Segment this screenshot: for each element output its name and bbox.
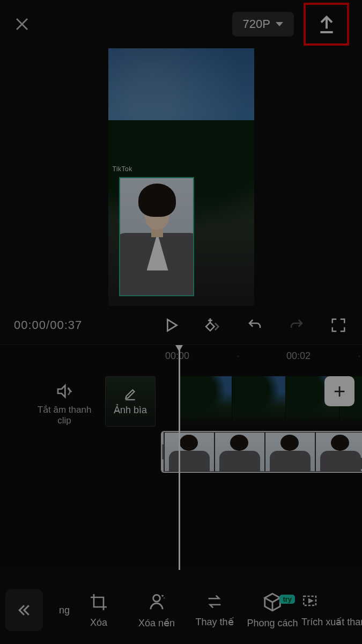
mute-audio-button[interactable]: Tắt âm thanh clip bbox=[32, 383, 97, 426]
chevron-down-icon bbox=[276, 22, 283, 26]
clip-thumbnail[interactable] bbox=[232, 376, 286, 427]
speaker-icon bbox=[54, 383, 75, 400]
tool-remove-bg[interactable]: Xóa nền bbox=[128, 591, 186, 629]
crop-icon bbox=[89, 592, 108, 612]
play-icon bbox=[162, 317, 180, 334]
undo-icon bbox=[246, 317, 264, 333]
playhead[interactable] bbox=[179, 345, 180, 570]
toolbar-item-partial[interactable]: ng bbox=[48, 591, 70, 629]
overlay-thumbnail bbox=[265, 433, 315, 471]
ruler-dot: · bbox=[358, 350, 360, 362]
fullscreen-icon bbox=[330, 317, 346, 333]
svg-marker-4 bbox=[167, 319, 176, 331]
cover-label: Ảnh bìa bbox=[114, 404, 147, 416]
svg-point-11 bbox=[153, 595, 160, 602]
resolution-label: 720P bbox=[243, 17, 270, 31]
tool-label: ng bbox=[59, 605, 70, 616]
svg-rect-13 bbox=[304, 596, 316, 605]
redo-button[interactable] bbox=[287, 316, 306, 335]
undo-button[interactable] bbox=[245, 316, 264, 335]
tiktok-watermark: TikTok bbox=[113, 165, 132, 173]
timeline[interactable]: 00:00 · 00:02 · Tắt âm thanh clip Ảnh bì… bbox=[0, 345, 362, 570]
add-clip-button[interactable]: + bbox=[324, 376, 354, 406]
svg-marker-7 bbox=[58, 385, 65, 397]
redo-icon bbox=[287, 317, 306, 333]
tool-replace[interactable]: Thay thế bbox=[186, 591, 243, 629]
try-badge: try bbox=[279, 595, 295, 604]
clip-duration-badge: 10.2s bbox=[337, 458, 362, 469]
time-display: 00:00/00:37 bbox=[14, 318, 82, 332]
overlay-thumbnail: 10.2s bbox=[316, 433, 362, 471]
export-icon bbox=[316, 13, 337, 35]
edit-icon bbox=[123, 387, 137, 401]
fullscreen-button[interactable] bbox=[329, 316, 348, 335]
keyframe-icon bbox=[203, 316, 223, 334]
extract-icon bbox=[301, 592, 320, 611]
replace-icon bbox=[204, 592, 225, 611]
tool-delete[interactable]: Xóa bbox=[70, 591, 128, 629]
close-button[interactable] bbox=[13, 15, 31, 33]
mute-label: Tắt âm thanh clip bbox=[32, 404, 97, 426]
ruler-tick: 00:02 bbox=[286, 350, 311, 362]
overlay-clip-preview[interactable] bbox=[119, 177, 194, 296]
resolution-selector[interactable]: 720P bbox=[232, 12, 294, 36]
tool-label: Xóa nền bbox=[138, 617, 175, 629]
keyframe-button[interactable] bbox=[203, 316, 223, 335]
play-button[interactable] bbox=[161, 316, 181, 335]
overlay-thumbnail bbox=[215, 433, 264, 471]
tool-label: Phong cách bbox=[247, 618, 298, 629]
svg-marker-14 bbox=[309, 599, 312, 603]
export-button[interactable] bbox=[304, 3, 349, 46]
overlay-track-clip[interactable]: 10.2s bbox=[161, 431, 362, 473]
tool-extract-audio[interactable]: Trích xuất thanh bbox=[301, 591, 339, 629]
tool-label: Thay thế bbox=[195, 616, 233, 628]
ruler-dot: · bbox=[237, 350, 239, 362]
person-cutout-icon bbox=[146, 591, 167, 612]
tool-style[interactable]: try Phong cách bbox=[243, 591, 301, 629]
clip-trim-handle[interactable] bbox=[162, 432, 164, 472]
chevron-double-left-icon bbox=[16, 602, 32, 618]
plus-icon: + bbox=[334, 380, 345, 403]
overlay-thumbnail bbox=[165, 433, 214, 471]
ruler-tick: 00:00 bbox=[165, 350, 189, 362]
tool-label: Xóa bbox=[90, 617, 107, 628]
video-preview[interactable]: TikTok bbox=[108, 48, 254, 306]
clip-thumbnail[interactable] bbox=[179, 376, 232, 427]
tool-label: Trích xuất thanh bbox=[301, 616, 362, 628]
cover-thumbnail-button[interactable]: Ảnh bìa bbox=[105, 376, 156, 427]
toolbar-back-button[interactable] bbox=[5, 589, 43, 631]
